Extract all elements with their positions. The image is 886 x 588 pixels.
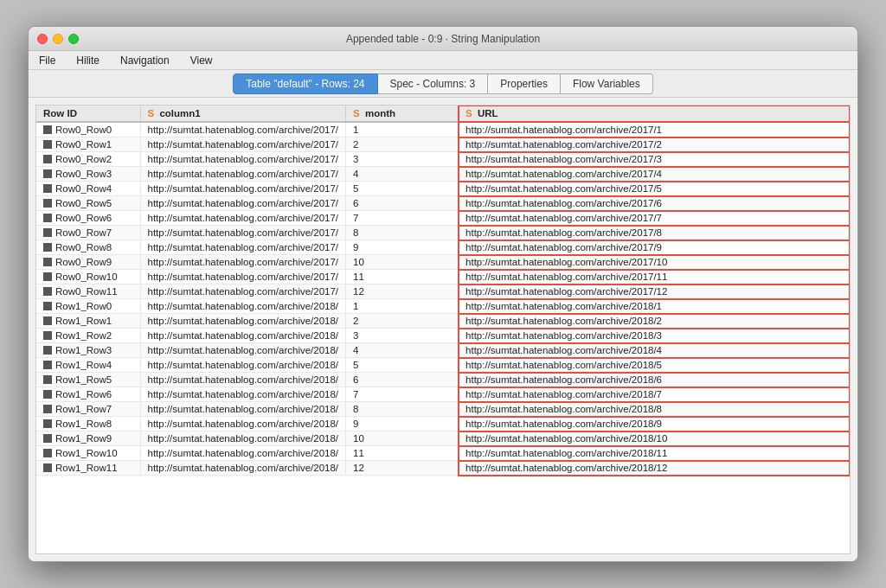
table-row: Row0_Row1http://sumtat.hatenablog.com/ar… [36,137,850,152]
row-icon [43,449,52,457]
cell-column1: http://sumtat.hatenablog.com/archive/201… [140,122,346,137]
table-row: Row1_Row0http://sumtat.hatenablog.com/ar… [36,299,850,314]
cell-month: 5 [346,182,459,196]
main-window: Appended table - 0:9 · String Manipulati… [28,26,858,562]
cell-url: http://sumtat.hatenablog.com/archive/201… [459,446,850,461]
cell-month: 3 [346,329,459,343]
table-row: Row0_Row10http://sumtat.hatenablog.com/a… [36,270,850,284]
cell-url: http://sumtat.hatenablog.com/archive/201… [459,122,850,137]
cell-row-id: Row1_Row7 [36,402,140,417]
cell-column1: http://sumtat.hatenablog.com/archive/201… [140,417,346,431]
title-bar: Appended table - 0:9 · String Manipulati… [29,27,857,51]
menu-navigation[interactable]: Navigation [117,53,173,68]
cell-row-id: Row1_Row11 [36,461,140,476]
cell-row-id: Row1_Row1 [36,314,140,329]
row-icon [43,125,52,134]
cell-column1: http://sumtat.hatenablog.com/archive/201… [140,314,346,329]
cell-url: http://sumtat.hatenablog.com/archive/201… [459,270,850,284]
cell-column1: http://sumtat.hatenablog.com/archive/201… [140,461,346,476]
cell-month: 11 [346,270,459,284]
cell-url: http://sumtat.hatenablog.com/archive/201… [459,211,850,226]
tab-flow-variables[interactable]: Flow Variables [561,74,653,94]
cell-month: 6 [346,196,459,211]
col-header-row-id[interactable]: Row ID [36,105,140,122]
cell-month: 7 [346,387,459,402]
row-id-label: Row1_Row1 [55,316,112,326]
row-id-label: Row1_Row3 [55,345,112,355]
cell-column1: http://sumtat.hatenablog.com/archive/201… [140,299,346,314]
cell-month: 7 [346,211,459,226]
table-row: Row1_Row2http://sumtat.hatenablog.com/ar… [36,329,850,343]
cell-column1: http://sumtat.hatenablog.com/archive/201… [140,167,346,182]
cell-row-id: Row0_Row11 [36,284,140,299]
close-button[interactable] [37,34,48,44]
cell-column1: http://sumtat.hatenablog.com/archive/201… [140,329,346,343]
col-header-month[interactable]: S month [346,105,459,122]
cell-month: 9 [346,240,459,255]
table-container[interactable]: Row ID S column1 S month S URL [35,105,851,554]
cell-column1: http://sumtat.hatenablog.com/archive/201… [140,152,346,167]
row-icon [43,331,52,340]
table-row: Row1_Row3http://sumtat.hatenablog.com/ar… [36,343,850,358]
row-id-label: Row0_Row8 [55,242,112,252]
col-header-url[interactable]: S URL [459,105,850,122]
table-row: Row0_Row0http://sumtat.hatenablog.com/ar… [36,122,850,137]
cell-row-id: Row0_Row2 [36,152,140,167]
cell-column1: http://sumtat.hatenablog.com/archive/201… [140,270,346,284]
cell-column1: http://sumtat.hatenablog.com/archive/201… [140,343,346,358]
cell-row-id: Row1_Row10 [36,446,140,461]
row-icon [43,155,52,163]
cell-month: 10 [346,431,459,446]
cell-url: http://sumtat.hatenablog.com/archive/201… [459,461,850,476]
tab-table[interactable]: Table "default" - Rows: 24 [233,74,377,94]
table-row: Row0_Row2http://sumtat.hatenablog.com/ar… [36,152,850,167]
menu-view[interactable]: View [187,53,216,68]
cell-month: 4 [346,167,459,182]
row-id-label: Row0_Row2 [55,154,112,164]
table-row: Row1_Row10http://sumtat.hatenablog.com/a… [36,446,850,461]
cell-url: http://sumtat.hatenablog.com/archive/201… [459,152,850,167]
cell-month: 2 [346,314,459,329]
table-row: Row0_Row3http://sumtat.hatenablog.com/ar… [36,167,850,182]
cell-row-id: Row0_Row7 [36,226,140,240]
table-row: Row0_Row7http://sumtat.hatenablog.com/ar… [36,226,850,240]
row-icon [43,258,52,266]
cell-row-id: Row1_Row3 [36,343,140,358]
cell-column1: http://sumtat.hatenablog.com/archive/201… [140,373,346,387]
table-body: Row0_Row0http://sumtat.hatenablog.com/ar… [36,122,850,476]
cell-row-id: Row0_Row3 [36,167,140,182]
cell-row-id: Row1_Row9 [36,431,140,446]
menu-hilite[interactable]: Hilite [73,53,103,68]
table-row: Row1_Row9http://sumtat.hatenablog.com/ar… [36,431,850,446]
row-icon [43,463,52,472]
cell-month: 4 [346,343,459,358]
row-id-label: Row1_Row8 [55,419,112,429]
row-icon [43,302,52,310]
cell-month: 6 [346,373,459,387]
cell-column1: http://sumtat.hatenablog.com/archive/201… [140,387,346,402]
row-icon [43,272,52,281]
tab-spec[interactable]: Spec - Columns: 3 [378,74,489,94]
cell-url: http://sumtat.hatenablog.com/archive/201… [459,167,850,182]
row-icon [43,140,52,149]
table-row: Row0_Row8http://sumtat.hatenablog.com/ar… [36,240,850,255]
cell-url: http://sumtat.hatenablog.com/archive/201… [459,417,850,431]
cell-column1: http://sumtat.hatenablog.com/archive/201… [140,402,346,417]
menu-file[interactable]: File [35,53,59,68]
row-id-label: Row0_Row10 [55,272,118,282]
cell-month: 8 [346,402,459,417]
content-area: Row ID S column1 S month S URL [29,98,857,561]
tab-properties[interactable]: Properties [488,74,561,94]
cell-month: 12 [346,284,459,299]
col-header-column1[interactable]: S column1 [140,105,346,122]
row-id-label: Row0_Row4 [55,183,112,194]
cell-row-id: Row0_Row4 [36,182,140,196]
row-id-label: Row0_Row9 [55,257,112,267]
cell-column1: http://sumtat.hatenablog.com/archive/201… [140,255,346,270]
maximize-button[interactable] [68,34,79,44]
string-type-icon-month: S [353,108,360,118]
cell-row-id: Row0_Row10 [36,270,140,284]
minimize-button[interactable] [53,34,63,44]
cell-column1: http://sumtat.hatenablog.com/archive/201… [140,137,346,152]
row-icon [43,228,52,237]
